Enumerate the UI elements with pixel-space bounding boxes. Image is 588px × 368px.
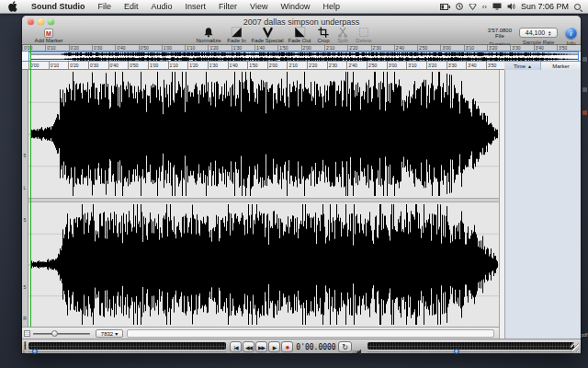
duration-unit: File — [488, 33, 512, 39]
displays-icon[interactable] — [492, 3, 502, 10]
ruler-tick: 1'50 — [247, 62, 257, 70]
zoom-slider[interactable] — [33, 333, 90, 335]
desktop-icon-label[interactable]: .pdf — [580, 332, 587, 338]
ruler-tick: 3'30 — [510, 45, 520, 51]
go-to-start-button[interactable]: |◀ — [230, 341, 242, 352]
fast-forward-button[interactable]: ▶▶ — [255, 341, 267, 352]
marker-time-column-header[interactable]: Time▴ — [504, 62, 541, 70]
tool-label: Crop — [317, 38, 329, 44]
output-db-label: -13.9 — [351, 350, 359, 354]
waveform-left-channel[interactable] — [28, 70, 499, 198]
desktop-icon-fragment[interactable] — [582, 57, 587, 62]
fade-in-button[interactable]: Fade In — [224, 27, 249, 45]
menu-item-edit[interactable]: Edit — [118, 0, 145, 14]
spotlight-icon[interactable] — [574, 4, 581, 10]
sample-rate-popup[interactable]: 44,100 ▲▼ — [519, 28, 558, 38]
output-volume-thumb[interactable] — [454, 349, 459, 354]
sort-arrow-icon: ▴ — [528, 63, 531, 69]
scale-label: 5 — [22, 153, 28, 158]
ruler-tick: 0'10 — [45, 45, 55, 51]
toolbar-tools: NormalizeFade InFade SpecialFade OutCrop… — [193, 27, 376, 45]
loop-button[interactable]: ↻ — [338, 341, 352, 352]
input-gain-thumb[interactable] — [32, 349, 38, 354]
duration-display: 3'57.0800 File Duration — [488, 28, 512, 47]
apple-menu-icon[interactable] — [8, 1, 17, 12]
add-marker-button[interactable]: M Add Marker — [28, 27, 70, 45]
marker-list[interactable] — [504, 70, 581, 339]
ruler-tick: 2'30 — [371, 45, 381, 51]
waveform-display[interactable] — [28, 70, 499, 327]
clock-icon[interactable] — [456, 3, 463, 10]
ruler-tick: 1'00 — [162, 45, 172, 51]
desktop-icon-fragment[interactable] — [582, 87, 587, 92]
popup-arrow-icon: ▾ — [115, 330, 118, 337]
scale-label: 5 — [22, 284, 28, 290]
zoom-slider-thumb[interactable] — [51, 330, 58, 337]
volume-icon[interactable] — [507, 3, 515, 10]
ruler-tick: 1'20 — [187, 62, 198, 70]
input-menu-icon[interactable]: ‹› — [482, 3, 487, 11]
title-bar[interactable]: 2007 dallas simpson underpass — [22, 16, 581, 27]
ruler-tick: 1'30 — [208, 62, 218, 70]
marker-name-column-header[interactable]: Marker — [541, 62, 581, 70]
toolbar: M Add Marker NormalizeFade InFade Specia… — [22, 27, 581, 45]
resize-grip-icon[interactable] — [571, 343, 579, 351]
menu-item-file[interactable]: File — [92, 0, 119, 14]
ruler-tick: 2'30 — [327, 62, 337, 70]
toolbar-right: 3'57.0800 File Duration 44,100 ▲▼ Sample… — [488, 27, 577, 45]
play-button[interactable]: ▶ — [268, 341, 280, 352]
crop-button[interactable]: Crop — [313, 27, 334, 45]
menu-item-window[interactable]: Window — [274, 0, 316, 14]
output-volume-slider[interactable] — [368, 351, 574, 352]
ruler-row: 0'000'100'200'300'400'501'001'101'201'30… — [22, 62, 581, 70]
stepper-icon: ▲▼ — [548, 30, 551, 36]
ruler-tick: 2'50 — [367, 62, 377, 70]
menu-item-filter[interactable]: Filter — [212, 0, 243, 14]
fade-out-button[interactable]: Fade Out — [286, 27, 313, 45]
grid-icon[interactable] — [24, 330, 30, 337]
ruler-tick: 2'40 — [346, 62, 356, 70]
add-marker-icon: M — [44, 27, 53, 38]
ruler-tick: 0'50 — [139, 45, 149, 51]
input-zero-label: 0 — [23, 350, 25, 354]
menubar-status-area: ‹› Sun 7:06 PM — [440, 2, 588, 11]
overview-waveform[interactable] — [22, 52, 581, 62]
ruler-tick: 0'40 — [108, 62, 119, 70]
time-ruler[interactable]: 0'000'100'200'300'400'501'001'101'201'30… — [28, 62, 499, 70]
ruler-tick: 1'50 — [277, 45, 288, 51]
horizontal-scrollbar[interactable] — [127, 329, 494, 338]
menu-item-audio[interactable]: Audio — [145, 0, 179, 14]
menu-app-name[interactable]: Sound Studio — [25, 0, 92, 14]
normalize-icon — [203, 27, 214, 38]
input-gain-slider[interactable] — [28, 351, 226, 352]
menu-item-help[interactable]: Help — [316, 0, 346, 14]
ruler-tick: 2'20 — [307, 62, 317, 70]
desktop-icon-fragment[interactable] — [582, 110, 587, 115]
menu-item-view[interactable]: View — [243, 0, 274, 14]
info-button[interactable]: i — [565, 27, 577, 39]
rewind-button[interactable]: ◀◀ — [243, 341, 254, 352]
normalize-button[interactable]: Normalize — [193, 27, 224, 45]
ruler-tick: 2'00 — [301, 45, 311, 51]
menubar-clock[interactable]: Sun 7:06 PM — [521, 2, 569, 11]
ruler-tick: 0'20 — [68, 62, 78, 70]
zoom-scroll-row: 7832▾ — [22, 327, 499, 339]
zoom-level-popup[interactable]: 7832▾ — [96, 329, 123, 338]
waveform-right-channel[interactable] — [28, 202, 499, 327]
ruler-tick: 1'40 — [254, 45, 265, 51]
fade-in-icon — [231, 27, 243, 38]
airport-icon[interactable] — [469, 4, 477, 10]
tool-label: Fade In — [227, 38, 245, 44]
record-button[interactable]: ● — [281, 341, 293, 352]
ruler-tick: 0'10 — [49, 62, 59, 70]
fade-special-button[interactable]: Fade Special — [249, 27, 286, 45]
overview-canvas[interactable] — [28, 52, 579, 62]
ruler-tick: 1'40 — [228, 62, 238, 70]
menu-item-insert[interactable]: Insert — [179, 0, 213, 14]
tool-label: Fade Out — [288, 38, 311, 44]
overview-ruler[interactable]: 0'000'100'200'300'400'501'001'101'201'30… — [22, 45, 581, 52]
meter-legend: ▐▐ — [23, 342, 26, 350]
battery-icon[interactable] — [440, 4, 450, 10]
ruler-tick: 3'10 — [406, 62, 416, 70]
ruler-tick: 2'00 — [267, 62, 277, 70]
